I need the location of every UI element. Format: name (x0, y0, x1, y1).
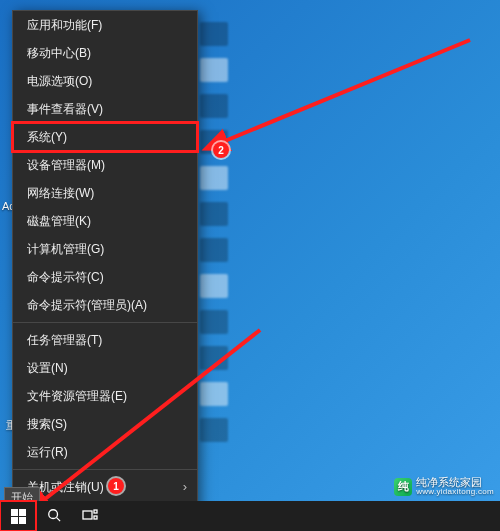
menu-run[interactable]: 运行(R) (13, 438, 197, 466)
menu-search[interactable]: 搜索(S) (13, 410, 197, 438)
menu-device-manager[interactable]: 设备管理器(M) (13, 151, 197, 179)
desktop-icons-blurred (200, 10, 240, 454)
svg-line-3 (57, 517, 61, 521)
menu-settings[interactable]: 设置(N) (13, 354, 197, 382)
menu-mobility-center[interactable]: 移动中心(B) (13, 39, 197, 67)
taskbar (0, 501, 500, 531)
search-icon (47, 508, 61, 525)
menu-event-viewer[interactable]: 事件查看器(V) (13, 95, 197, 123)
menu-network-connections[interactable]: 网络连接(W) (13, 179, 197, 207)
menu-file-explorer[interactable]: 文件资源管理器(E) (13, 382, 197, 410)
watermark: 纯 纯净系统家园 www.yidaxitong.com (394, 476, 494, 497)
menu-task-manager[interactable]: 任务管理器(T) (13, 326, 197, 354)
menu-computer-management[interactable]: 计算机管理(G) (13, 235, 197, 263)
watermark-url: www.yidaxitong.com (416, 488, 494, 497)
winx-context-menu: 应用和功能(F) 移动中心(B) 电源选项(O) 事件查看器(V) 系统(Y) … (12, 10, 198, 531)
menu-separator (13, 469, 197, 470)
task-view-icon (82, 509, 98, 524)
menu-system[interactable]: 系统(Y) (13, 123, 197, 151)
svg-rect-6 (94, 516, 97, 519)
start-button[interactable] (0, 501, 36, 531)
svg-point-2 (49, 509, 58, 518)
menu-disk-management[interactable]: 磁盘管理(K) (13, 207, 197, 235)
task-view-button[interactable] (72, 501, 108, 531)
annotation-arrow (200, 30, 480, 160)
watermark-logo: 纯 (394, 478, 412, 496)
menu-command-prompt-admin[interactable]: 命令提示符(管理员)(A) (13, 291, 197, 319)
menu-apps-and-features[interactable]: 应用和功能(F) (13, 11, 197, 39)
windows-logo-icon (11, 509, 26, 524)
svg-rect-4 (83, 511, 92, 519)
menu-power-options[interactable]: 电源选项(O) (13, 67, 197, 95)
menu-command-prompt[interactable]: 命令提示符(C) (13, 263, 197, 291)
menu-shutdown-or-signout[interactable]: 关机或注销(U) (13, 473, 197, 501)
svg-line-0 (220, 40, 470, 143)
taskbar-search-button[interactable] (36, 501, 72, 531)
desktop: Ad 重 应用和功能(F) 移动中心(B) 电源选项(O) 事件查看器(V) 系… (0, 0, 500, 531)
callout-badge-1: 1 (108, 478, 124, 494)
callout-badge-2: 2 (213, 142, 229, 158)
svg-rect-5 (94, 510, 97, 513)
menu-separator (13, 322, 197, 323)
